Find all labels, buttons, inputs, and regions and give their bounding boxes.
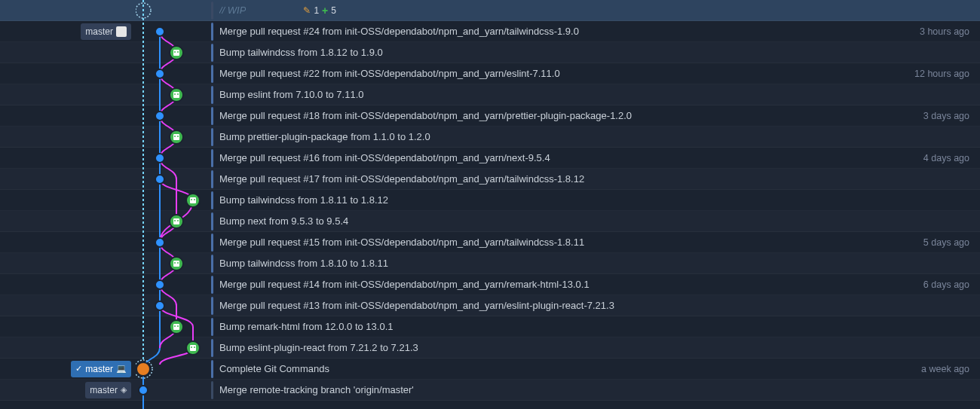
commit-bar (211, 255, 213, 273)
commit-bar (211, 107, 213, 125)
graph-col (136, 337, 211, 359)
commit-row[interactable]: Merge pull request #17 from init-OSS/dep… (0, 169, 980, 190)
commit-row[interactable]: master Merge pull request #24 from init-… (0, 21, 980, 42)
graph-col (136, 253, 211, 274)
graph-col (136, 148, 211, 169)
commit-message: Complete Git Commands (219, 363, 329, 374)
graph-col (136, 359, 211, 380)
plus-icon: + (322, 5, 328, 17)
commit-message: Bump eslint from 7.10.0 to 7.11.0 (219, 89, 364, 100)
commit-row[interactable]: Merge pull request #13 from init-OSS/dep… (0, 295, 980, 316)
graph-col (136, 127, 211, 148)
commit-bar (211, 149, 213, 167)
branch-tag-local-master[interactable]: ✓ master 💻 (71, 361, 131, 377)
graph-col (136, 232, 211, 253)
laptop-icon: 💻 (116, 364, 127, 374)
check-icon: ✓ (75, 364, 82, 374)
graph-col (136, 295, 211, 316)
msg-col: Bump tailwindcss from 1.8.10 to 1.8.11 (211, 255, 882, 273)
commit-row[interactable]: Bump remark-html from 12.0.0 to 13.0.1 (0, 316, 980, 337)
msg-col: Merge pull request #18 from init-OSS/dep… (211, 107, 882, 125)
label-col: master (0, 23, 136, 40)
commit-message: Bump tailwindcss from 1.8.10 to 1.8.11 (219, 258, 388, 269)
commit-row[interactable]: Bump eslint-plugin-react from 7.21.2 to … (0, 337, 980, 359)
msg-col: Merge pull request #14 from init-OSS/dep… (211, 276, 882, 294)
commit-message: Merge remote-tracking branch 'origin/mas… (219, 384, 414, 395)
commit-bar (211, 191, 213, 209)
commit-bar (211, 212, 213, 230)
commit-message: Bump prettier-plugin-package from 1.1.0 … (219, 131, 430, 142)
commit-message: Bump eslint-plugin-react from 7.21.2 to … (219, 342, 418, 353)
commit-row[interactable]: Merge pull request #22 from init-OSS/dep… (0, 63, 980, 84)
msg-col: Complete Git Commands (211, 360, 882, 378)
msg-col: Merge remote-tracking branch 'origin/mas… (211, 381, 882, 399)
graph-col (136, 21, 211, 42)
graph-col (136, 190, 211, 211)
branch-tag-origin-master[interactable]: master ◈ (85, 382, 131, 398)
commit-row[interactable]: Bump tailwindcss from 1.8.10 to 1.8.11 (0, 253, 980, 274)
graph-col (136, 316, 211, 337)
branch-name: master (85, 26, 113, 37)
wip-graph-col (136, 0, 211, 21)
commit-time: 6 days ago (882, 279, 980, 290)
msg-col: Bump prettier-plugin-package from 1.1.0 … (211, 128, 882, 146)
github-icon (116, 26, 127, 37)
commit-row[interactable]: Bump tailwindcss from 1.8.12 to 1.9.0 (0, 42, 980, 63)
commit-message: Merge pull request #17 from init-OSS/dep… (219, 173, 584, 185)
msg-col: Bump next from 9.5.3 to 9.5.4 (211, 212, 882, 230)
commit-row[interactable]: master ◈ Merge remote-tracking branch 'o… (0, 380, 980, 401)
commit-row[interactable]: Merge pull request #15 from init-OSS/dep… (0, 232, 980, 253)
branch-name: master (85, 364, 113, 374)
commit-message: Bump tailwindcss from 1.8.12 to 1.9.0 (219, 47, 383, 58)
graph-col (136, 211, 211, 232)
msg-col: Bump remark-html from 12.0.0 to 13.0.1 (211, 318, 882, 336)
commit-row[interactable]: Bump next from 9.5.3 to 9.5.4 (0, 211, 980, 232)
commit-message: Merge pull request #24 from init-OSS/dep… (219, 26, 579, 37)
commit-message: Merge pull request #14 from init-OSS/dep… (219, 279, 590, 290)
wip-row[interactable]: // WIP ✎ 1 + 5 (0, 0, 980, 21)
commit-time: 12 hours ago (882, 69, 980, 79)
commit-bar (211, 86, 213, 104)
msg-col: Bump tailwindcss from 1.8.11 to 1.8.12 (211, 191, 882, 209)
commit-message: Bump remark-html from 12.0.0 to 13.0.1 (219, 321, 393, 332)
commit-time: 3 hours ago (882, 26, 980, 37)
commit-row[interactable]: Merge pull request #14 from init-OSS/dep… (0, 274, 980, 295)
msg-col: Merge pull request #13 from init-OSS/dep… (211, 297, 882, 315)
msg-col: Bump eslint-plugin-react from 7.21.2 to … (211, 339, 882, 357)
commit-row[interactable]: Merge pull request #18 from init-OSS/dep… (0, 105, 980, 127)
commit-bar (211, 233, 213, 252)
msg-col: Bump tailwindcss from 1.8.12 to 1.9.0 (211, 44, 882, 62)
msg-col: Merge pull request #17 from init-OSS/dep… (211, 170, 882, 188)
branch-name: master (90, 385, 118, 395)
graph-col (136, 105, 211, 127)
commit-message: Merge pull request #15 from init-OSS/dep… (219, 237, 584, 248)
commit-row[interactable]: Bump eslint from 7.10.0 to 7.11.0 (0, 84, 980, 105)
msg-col: Merge pull request #24 from init-OSS/dep… (211, 23, 882, 41)
graph-col (136, 84, 211, 105)
wip-bar (211, 2, 213, 20)
commit-bar (211, 170, 213, 188)
commit-row[interactable]: Merge pull request #16 from init-OSS/dep… (0, 148, 980, 169)
graph-col (136, 169, 211, 190)
msg-col: Merge pull request #22 from init-OSS/dep… (211, 65, 882, 83)
commit-bar (211, 23, 213, 41)
commit-time: 5 days ago (882, 237, 980, 248)
graph-col (136, 274, 211, 295)
branch-tag-remote-master[interactable]: master (81, 23, 131, 40)
graph-col (136, 380, 211, 401)
label-col: ✓ master 💻 (0, 361, 136, 377)
commit-row[interactable]: Bump tailwindcss from 1.8.11 to 1.8.12 (0, 190, 980, 211)
commit-row[interactable]: Bump prettier-plugin-package from 1.1.0 … (0, 127, 980, 148)
wip-additions-count: 5 (331, 5, 336, 16)
graph-col (136, 42, 211, 63)
commit-time: 4 days ago (882, 153, 980, 163)
msg-col: Bump eslint from 7.10.0 to 7.11.0 (211, 86, 882, 104)
commit-message: Merge pull request #22 from init-OSS/dep… (219, 68, 560, 79)
commit-message: Merge pull request #13 from init-OSS/dep… (219, 300, 614, 311)
pencil-icon: ✎ (303, 5, 311, 16)
commit-bar (211, 381, 213, 399)
wip-changes-count: 1 (314, 5, 319, 16)
commit-bar (211, 339, 213, 357)
commit-row[interactable]: ✓ master 💻 Complete Git Commands a week … (0, 359, 980, 380)
label-col: master ◈ (0, 382, 136, 398)
